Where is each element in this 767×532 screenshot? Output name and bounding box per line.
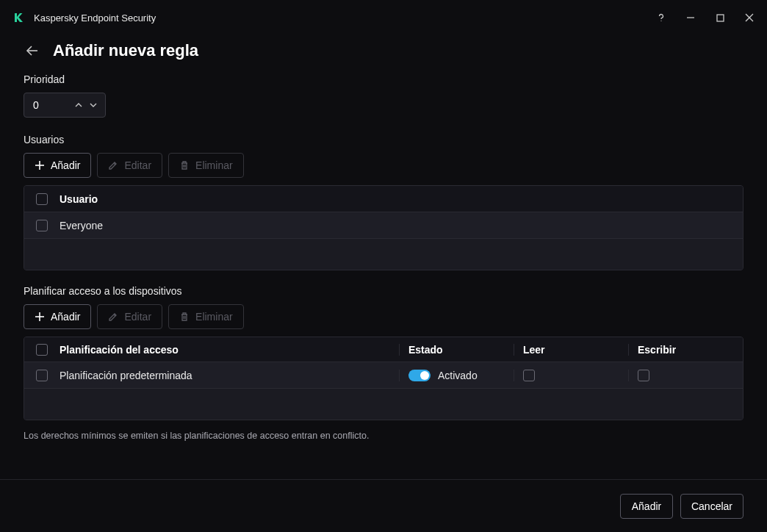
schedule-column-read: Leer xyxy=(514,344,628,356)
schedule-column-write: Escribir xyxy=(628,344,743,356)
delete-schedule-button: Eliminar xyxy=(168,304,244,329)
edit-user-label: Editar xyxy=(124,159,151,171)
add-user-button[interactable]: Añadir xyxy=(24,153,91,178)
write-checkbox[interactable] xyxy=(638,370,649,381)
schedule-column-state: Estado xyxy=(399,344,514,356)
user-row-name: Everyone xyxy=(60,220,743,231)
schedule-label: Planificar acceso a los dispositivos xyxy=(24,285,743,297)
schedule-row-name: Planificación predeterminada xyxy=(60,370,399,381)
page-title: Añadir nueva regla xyxy=(53,41,198,60)
select-all-schedules-checkbox[interactable] xyxy=(36,344,48,356)
back-button[interactable] xyxy=(24,42,41,60)
page-header: Añadir nueva regla xyxy=(24,41,743,60)
schedule-row-checkbox[interactable] xyxy=(36,370,48,381)
users-toolbar: Añadir Editar Eliminar xyxy=(24,153,743,178)
priority-section: Prioridad 0 xyxy=(24,73,743,118)
minimize-button[interactable] xyxy=(685,12,696,24)
schedule-row-write-cell xyxy=(628,370,743,381)
user-row-check-cell xyxy=(24,220,60,231)
svg-rect-2 xyxy=(717,15,724,21)
app-window: Kaspersky Endpoint Security Añadir nueva… xyxy=(0,0,767,532)
delete-user-label: Eliminar xyxy=(195,159,233,171)
users-section: Usuarios Añadir Editar Eliminar xyxy=(24,134,743,270)
app-logo-icon xyxy=(12,11,25,24)
content-area: Añadir nueva regla Prioridad 0 Usuarios xyxy=(0,35,767,479)
chevron-down-icon[interactable] xyxy=(87,99,99,111)
users-table-header: Usuario xyxy=(24,186,743,212)
users-header-check-cell xyxy=(24,193,60,205)
schedule-row-read-cell xyxy=(514,370,628,381)
pencil-icon xyxy=(108,312,118,322)
priority-label: Prioridad xyxy=(24,73,743,85)
table-row[interactable]: Everyone xyxy=(24,212,743,239)
plus-icon xyxy=(35,160,45,170)
schedule-header-check-cell xyxy=(24,344,60,356)
schedule-table-filler xyxy=(24,389,743,420)
close-button[interactable] xyxy=(743,12,755,24)
confirm-add-label: Añadir xyxy=(632,500,661,512)
table-row[interactable]: Planificación predeterminada Activado xyxy=(24,362,743,389)
user-row-checkbox[interactable] xyxy=(36,220,48,231)
dialog-footer: Añadir Cancelar xyxy=(0,479,767,532)
users-label: Usuarios xyxy=(24,134,743,145)
schedule-table: Planificación del acceso Estado Leer Esc… xyxy=(24,337,743,420)
priority-value: 0 xyxy=(24,99,73,111)
help-button[interactable] xyxy=(655,12,667,24)
priority-stepper[interactable]: 0 xyxy=(24,93,106,118)
chevron-up-icon[interactable] xyxy=(73,99,84,111)
stepper-controls xyxy=(73,99,105,111)
window-controls xyxy=(655,12,755,24)
delete-user-button: Eliminar xyxy=(168,153,244,178)
maximize-button[interactable] xyxy=(714,12,726,24)
schedule-note: Los derechos mínimos se emiten si las pl… xyxy=(24,431,743,441)
read-checkbox[interactable] xyxy=(523,370,535,381)
cancel-label: Cancelar xyxy=(691,500,732,512)
trash-icon xyxy=(179,312,190,322)
users-column-user: Usuario xyxy=(60,193,743,205)
plus-icon xyxy=(35,312,45,322)
schedule-toolbar: Añadir Editar Eliminar xyxy=(24,304,743,329)
cancel-button[interactable]: Cancelar xyxy=(680,494,743,519)
schedule-column-plan: Planificación del acceso xyxy=(60,344,399,356)
schedule-row-state-cell: Activado xyxy=(399,370,514,381)
edit-schedule-button: Editar xyxy=(97,304,162,329)
app-title: Kaspersky Endpoint Security xyxy=(34,12,647,24)
state-toggle-label: Activado xyxy=(438,370,478,381)
schedule-section: Planificar acceso a los dispositivos Aña… xyxy=(24,285,743,441)
confirm-add-button[interactable]: Añadir xyxy=(620,494,673,519)
edit-schedule-label: Editar xyxy=(124,311,151,323)
state-toggle[interactable] xyxy=(408,370,431,381)
edit-user-button: Editar xyxy=(97,153,162,178)
schedule-row-check-cell xyxy=(24,370,60,381)
pencil-icon xyxy=(108,160,118,170)
titlebar: Kaspersky Endpoint Security xyxy=(0,0,767,35)
add-user-label: Añadir xyxy=(51,159,80,171)
select-all-users-checkbox[interactable] xyxy=(36,193,48,205)
add-schedule-label: Añadir xyxy=(51,311,80,323)
users-table-filler xyxy=(24,239,743,270)
schedule-table-header: Planificación del acceso Estado Leer Esc… xyxy=(24,337,743,362)
add-schedule-button[interactable]: Añadir xyxy=(24,304,91,329)
delete-schedule-label: Eliminar xyxy=(195,311,233,323)
svg-point-0 xyxy=(660,21,661,21)
users-table: Usuario Everyone xyxy=(24,185,743,270)
trash-icon xyxy=(179,160,190,170)
